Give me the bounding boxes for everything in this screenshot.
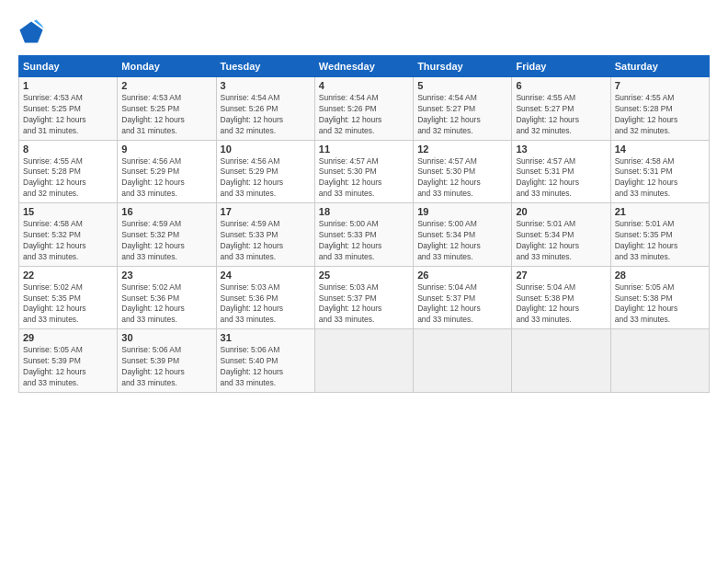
day-number: 18 <box>319 206 409 217</box>
day-number: 1 <box>23 80 113 91</box>
calendar-cell <box>414 329 512 393</box>
day-number: 12 <box>417 144 507 155</box>
day-number: 14 <box>615 144 705 155</box>
calendar-cell <box>512 329 610 393</box>
weekday-header: Monday <box>118 56 216 77</box>
calendar-cell: 9Sunrise: 4:56 AM Sunset: 5:29 PM Daylig… <box>118 140 216 203</box>
weekday-header: Friday <box>512 56 610 77</box>
calendar-cell: 20Sunrise: 5:01 AM Sunset: 5:34 PM Dayli… <box>512 203 610 267</box>
calendar-cell: 8Sunrise: 4:55 AM Sunset: 5:28 PM Daylig… <box>19 140 118 203</box>
day-number: 23 <box>121 270 211 281</box>
calendar-week-row: 8Sunrise: 4:55 AM Sunset: 5:28 PM Daylig… <box>19 140 710 203</box>
day-number: 27 <box>516 270 606 281</box>
calendar-cell: 6Sunrise: 4:55 AM Sunset: 5:27 PM Daylig… <box>512 77 610 141</box>
day-info: Sunrise: 4:57 AM Sunset: 5:30 PM Dayligh… <box>319 156 409 201</box>
calendar-cell: 29Sunrise: 5:05 AM Sunset: 5:39 PM Dayli… <box>19 329 118 393</box>
day-number: 24 <box>221 270 311 281</box>
day-info: Sunrise: 4:53 AM Sunset: 5:25 PM Dayligh… <box>121 93 211 137</box>
calendar-cell: 16Sunrise: 4:59 AM Sunset: 5:32 PM Dayli… <box>118 203 216 267</box>
day-number: 11 <box>319 144 409 155</box>
day-info: Sunrise: 4:59 AM Sunset: 5:33 PM Dayligh… <box>221 219 311 263</box>
weekday-header: Saturday <box>610 56 709 77</box>
weekday-header: Thursday <box>414 56 512 77</box>
day-number: 5 <box>417 80 507 91</box>
calendar-cell: 7Sunrise: 4:55 AM Sunset: 5:28 PM Daylig… <box>610 77 709 141</box>
calendar-cell: 5Sunrise: 4:54 AM Sunset: 5:27 PM Daylig… <box>414 77 512 141</box>
day-info: Sunrise: 4:53 AM Sunset: 5:25 PM Dayligh… <box>23 93 113 137</box>
day-info: Sunrise: 5:01 AM Sunset: 5:35 PM Dayligh… <box>615 219 705 263</box>
calendar-cell: 3Sunrise: 4:54 AM Sunset: 5:26 PM Daylig… <box>216 77 314 141</box>
day-number: 29 <box>23 332 113 343</box>
day-number: 2 <box>121 80 211 91</box>
day-number: 6 <box>516 80 606 91</box>
calendar-cell <box>610 329 709 393</box>
day-number: 26 <box>417 270 507 281</box>
day-info: Sunrise: 4:57 AM Sunset: 5:31 PM Dayligh… <box>516 156 606 201</box>
calendar-cell: 15Sunrise: 4:58 AM Sunset: 5:32 PM Dayli… <box>19 203 118 267</box>
day-info: Sunrise: 5:05 AM Sunset: 5:38 PM Dayligh… <box>615 282 705 327</box>
weekday-header: Tuesday <box>216 56 314 77</box>
day-number: 20 <box>516 206 606 217</box>
day-info: Sunrise: 5:02 AM Sunset: 5:35 PM Dayligh… <box>23 282 113 327</box>
calendar-cell: 17Sunrise: 4:59 AM Sunset: 5:33 PM Dayli… <box>216 203 314 267</box>
calendar-week-row: 22Sunrise: 5:02 AM Sunset: 5:35 PM Dayli… <box>19 266 710 329</box>
header-row: SundayMondayTuesdayWednesdayThursdayFrid… <box>19 56 710 77</box>
calendar-week-row: 15Sunrise: 4:58 AM Sunset: 5:32 PM Dayli… <box>19 203 710 267</box>
day-info: Sunrise: 4:58 AM Sunset: 5:32 PM Dayligh… <box>23 219 113 263</box>
calendar-cell: 22Sunrise: 5:02 AM Sunset: 5:35 PM Dayli… <box>19 266 118 329</box>
day-number: 13 <box>516 144 606 155</box>
day-info: Sunrise: 4:58 AM Sunset: 5:31 PM Dayligh… <box>615 156 705 201</box>
day-info: Sunrise: 5:00 AM Sunset: 5:34 PM Dayligh… <box>417 219 507 263</box>
calendar-week-row: 29Sunrise: 5:05 AM Sunset: 5:39 PM Dayli… <box>19 329 710 393</box>
day-number: 3 <box>221 80 311 91</box>
day-info: Sunrise: 4:54 AM Sunset: 5:26 PM Dayligh… <box>319 93 409 137</box>
day-info: Sunrise: 4:56 AM Sunset: 5:29 PM Dayligh… <box>221 156 311 201</box>
day-number: 16 <box>121 206 211 217</box>
calendar-cell <box>314 329 413 393</box>
day-info: Sunrise: 5:03 AM Sunset: 5:37 PM Dayligh… <box>319 282 409 327</box>
calendar-cell: 1Sunrise: 4:53 AM Sunset: 5:25 PM Daylig… <box>19 77 118 141</box>
calendar-cell: 11Sunrise: 4:57 AM Sunset: 5:30 PM Dayli… <box>314 140 413 203</box>
day-number: 17 <box>221 206 311 217</box>
calendar-cell: 31Sunrise: 5:06 AM Sunset: 5:40 PM Dayli… <box>216 329 314 393</box>
calendar-body: 1Sunrise: 4:53 AM Sunset: 5:25 PM Daylig… <box>19 77 710 393</box>
weekday-header: Sunday <box>19 56 118 77</box>
day-info: Sunrise: 4:54 AM Sunset: 5:27 PM Dayligh… <box>417 93 507 137</box>
day-info: Sunrise: 4:56 AM Sunset: 5:29 PM Dayligh… <box>121 156 211 201</box>
day-number: 9 <box>121 144 211 155</box>
calendar-cell: 4Sunrise: 4:54 AM Sunset: 5:26 PM Daylig… <box>314 77 413 141</box>
calendar-cell: 14Sunrise: 4:58 AM Sunset: 5:31 PM Dayli… <box>610 140 709 203</box>
calendar-cell: 25Sunrise: 5:03 AM Sunset: 5:37 PM Dayli… <box>314 266 413 329</box>
page: SundayMondayTuesdayWednesdayThursdayFrid… <box>0 0 728 563</box>
header <box>18 18 710 44</box>
calendar-cell: 23Sunrise: 5:02 AM Sunset: 5:36 PM Dayli… <box>118 266 216 329</box>
calendar-cell: 30Sunrise: 5:06 AM Sunset: 5:39 PM Dayli… <box>118 329 216 393</box>
calendar-cell: 18Sunrise: 5:00 AM Sunset: 5:33 PM Dayli… <box>314 203 413 267</box>
day-info: Sunrise: 5:06 AM Sunset: 5:40 PM Dayligh… <box>221 345 311 389</box>
calendar-table: SundayMondayTuesdayWednesdayThursdayFrid… <box>18 55 710 393</box>
calendar-cell: 24Sunrise: 5:03 AM Sunset: 5:36 PM Dayli… <box>216 266 314 329</box>
day-number: 10 <box>221 144 311 155</box>
logo <box>18 18 48 44</box>
day-info: Sunrise: 4:57 AM Sunset: 5:30 PM Dayligh… <box>417 156 507 201</box>
calendar-header: SundayMondayTuesdayWednesdayThursdayFrid… <box>19 56 710 77</box>
day-number: 4 <box>319 80 409 91</box>
day-info: Sunrise: 5:02 AM Sunset: 5:36 PM Dayligh… <box>121 282 211 327</box>
day-info: Sunrise: 5:00 AM Sunset: 5:33 PM Dayligh… <box>319 219 409 263</box>
calendar-cell: 27Sunrise: 5:04 AM Sunset: 5:38 PM Dayli… <box>512 266 610 329</box>
day-info: Sunrise: 5:01 AM Sunset: 5:34 PM Dayligh… <box>516 219 606 263</box>
calendar-cell: 26Sunrise: 5:04 AM Sunset: 5:37 PM Dayli… <box>414 266 512 329</box>
day-number: 15 <box>23 206 113 217</box>
day-number: 21 <box>615 206 705 217</box>
calendar-cell: 19Sunrise: 5:00 AM Sunset: 5:34 PM Dayli… <box>414 203 512 267</box>
day-info: Sunrise: 4:55 AM Sunset: 5:28 PM Dayligh… <box>615 93 705 137</box>
calendar-cell: 12Sunrise: 4:57 AM Sunset: 5:30 PM Dayli… <box>414 140 512 203</box>
day-number: 8 <box>23 144 113 155</box>
calendar-cell: 2Sunrise: 4:53 AM Sunset: 5:25 PM Daylig… <box>118 77 216 141</box>
day-number: 7 <box>615 80 705 91</box>
day-info: Sunrise: 5:03 AM Sunset: 5:36 PM Dayligh… <box>221 282 311 327</box>
day-number: 31 <box>221 332 311 343</box>
day-info: Sunrise: 4:55 AM Sunset: 5:28 PM Dayligh… <box>23 156 113 201</box>
day-number: 25 <box>319 270 409 281</box>
calendar-week-row: 1Sunrise: 4:53 AM Sunset: 5:25 PM Daylig… <box>19 77 710 141</box>
